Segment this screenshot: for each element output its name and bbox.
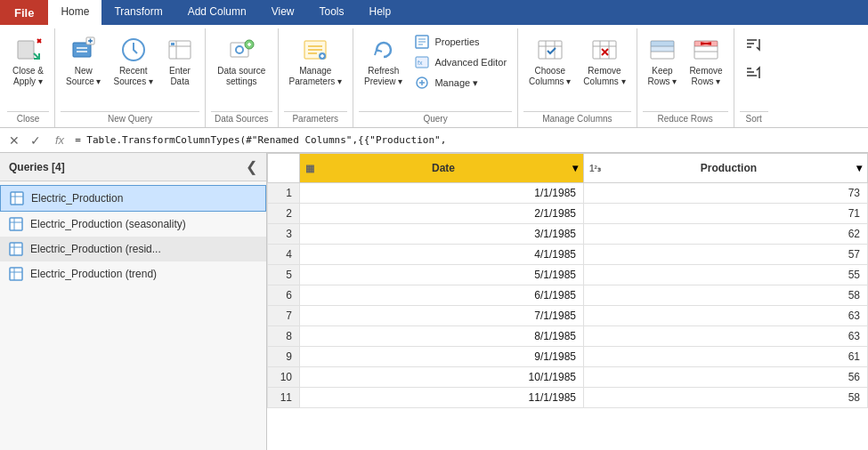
query-item-trend[interactable]: Electric_Production (trend) [0, 261, 266, 286]
data-grid-area: ▦ Date ▾ 1²₃ Production ▾ 11/ [267, 153, 868, 450]
data-source-settings-label: Data sourcesettings [217, 66, 265, 87]
query-item-seasonality[interactable]: Electric_Production (seasonality) [0, 212, 266, 237]
recent-sources-label: RecentSources ▾ [113, 66, 152, 87]
query-item-resid[interactable]: Electric_Production (resid... [0, 237, 266, 261]
query-table-icon-3 [9, 242, 23, 256]
cell-production: 56 [584, 367, 868, 388]
advanced-editor-icon: fx [415, 55, 429, 69]
data-sources-group-label: Data Sources [211, 111, 272, 127]
formula-cancel-icon[interactable]: ✕ [5, 132, 23, 149]
svg-rect-73 [10, 268, 22, 280]
enter-data-button[interactable]: EnterData [160, 32, 199, 91]
table-row: 66/1/198558 [268, 285, 868, 306]
cell-date: 3/1/1985 [300, 224, 584, 245]
refresh-preview-label: RefreshPreview ▾ [364, 66, 402, 87]
date-dropdown-icon[interactable]: ▾ [567, 162, 583, 174]
manage-button[interactable]: Manage ▾ [410, 73, 512, 92]
tab-help[interactable]: Help [357, 0, 404, 25]
collapse-panel-button[interactable]: ❮ [246, 158, 257, 175]
tab-view[interactable]: View [259, 0, 307, 25]
query-stack: Properties fx Advanced Editor Manage ▾ [410, 32, 512, 92]
close-group-label: Close [7, 111, 49, 127]
col-header-date[interactable]: ▦ Date ▾ [300, 154, 584, 183]
query-item-electric-production[interactable]: Electric_Production [0, 185, 266, 212]
queries-title: Queries [4] [9, 161, 65, 173]
tab-transform[interactable]: Transform [101, 0, 174, 25]
cell-date: 5/1/1985 [300, 265, 584, 285]
col-header-production[interactable]: 1²₃ Production ▾ [584, 154, 868, 183]
tab-tools[interactable]: Tools [307, 0, 357, 25]
manage-columns-group-label: Manage Columns [523, 111, 631, 127]
close-apply-icon [14, 36, 43, 64]
parameters-group-label: Parameters [284, 111, 347, 127]
manage-parameters-button[interactable]: ManageParameters ▾ [284, 32, 347, 91]
cell-production: 57 [584, 245, 868, 265]
remove-columns-label: RemoveColumns ▾ [583, 66, 625, 87]
svg-rect-37 [539, 41, 562, 59]
cell-date: 7/1/1985 [300, 306, 584, 326]
query-table-icon-1 [10, 191, 24, 205]
properties-label: Properties [434, 36, 479, 47]
cell-date: 2/1/1985 [300, 204, 584, 224]
cell-production: 73 [584, 183, 868, 204]
new-source-button[interactable]: NewSource ▾ [61, 32, 106, 91]
row-number: 6 [268, 285, 300, 306]
cell-date: 6/1/1985 [300, 285, 584, 306]
row-number: 10 [268, 367, 300, 388]
table-row: 44/1/198557 [268, 245, 868, 265]
production-dropdown-icon[interactable]: ▾ [851, 162, 867, 174]
table-row: 99/1/198561 [268, 347, 868, 367]
formula-fx-label: fx [52, 133, 68, 147]
formula-text: = Table.TransformColumnTypes(#"Renamed C… [75, 134, 863, 146]
ribbon: Close &Apply ▾ Close [0, 25, 868, 128]
cell-production: 71 [584, 204, 868, 224]
remove-rows-button[interactable]: RemoveRows ▾ [684, 32, 727, 91]
row-number: 11 [268, 388, 300, 408]
table-row: 1111/1/198558 [268, 388, 868, 408]
formula-confirm-icon[interactable]: ✓ [27, 132, 45, 149]
cell-date: 11/1/1985 [300, 388, 584, 408]
recent-sources-icon [119, 36, 148, 64]
production-col-label: Production [606, 162, 851, 174]
table-row: 1010/1/198556 [268, 367, 868, 388]
ribbon-group-manage-columns: ChooseColumns ▾ RemoveColumns ▾ [518, 28, 637, 127]
choose-columns-icon [536, 36, 564, 64]
close-apply-button[interactable]: Close &Apply ▾ [7, 32, 49, 91]
data-source-settings-icon [227, 36, 256, 64]
manage-icon [415, 76, 429, 90]
main-area: Queries [4] ❮ Electric_Production Electr… [0, 153, 868, 450]
formula-icons: ✕ ✓ [5, 132, 45, 149]
query-name-4: Electric_Production (trend) [30, 268, 157, 280]
properties-button[interactable]: Properties [410, 32, 512, 52]
tab-file[interactable]: File [0, 0, 48, 25]
tab-home[interactable]: Home [48, 0, 101, 25]
ribbon-group-sort: Sort [734, 28, 774, 127]
query-name-1: Electric_Production [31, 192, 123, 205]
queries-list: Electric_Production Electric_Production … [0, 181, 266, 450]
sort-asc-button[interactable] [740, 32, 768, 57]
ribbon-group-new-query: NewSource ▾ RecentSources ▾ [55, 28, 206, 127]
refresh-preview-button[interactable]: RefreshPreview ▾ [359, 32, 408, 91]
advanced-editor-button[interactable]: fx Advanced Editor [410, 52, 512, 72]
data-source-settings-button[interactable]: Data sourcesettings [212, 32, 271, 91]
remove-columns-icon [590, 36, 619, 64]
svg-rect-0 [18, 41, 34, 59]
corner-cell [268, 154, 300, 183]
sort-desc-button[interactable] [740, 60, 768, 85]
query-table-icon-2 [9, 217, 23, 231]
date-col-label: Date [320, 162, 567, 174]
svg-text:fx: fx [418, 60, 423, 66]
ribbon-group-parameters: ManageParameters ▾ Parameters [279, 28, 353, 127]
recent-sources-button[interactable]: RecentSources ▾ [108, 32, 158, 91]
choose-columns-button[interactable]: ChooseColumns ▾ [523, 32, 576, 91]
query-name-2: Electric_Production (seasonality) [30, 218, 186, 230]
tab-add-column[interactable]: Add Column [175, 0, 259, 25]
keep-rows-button[interactable]: KeepRows ▾ [643, 32, 683, 91]
remove-columns-button[interactable]: RemoveColumns ▾ [578, 32, 630, 91]
keep-rows-label: KeepRows ▾ [648, 66, 677, 87]
ribbon-group-close: Close &Apply ▾ Close [2, 28, 55, 127]
formula-bar: ✕ ✓ fx = Table.TransformColumnTypes(#"Re… [0, 128, 868, 153]
svg-rect-64 [11, 192, 23, 205]
enter-data-icon [166, 36, 194, 64]
queries-header: Queries [4] ❮ [0, 153, 266, 181]
